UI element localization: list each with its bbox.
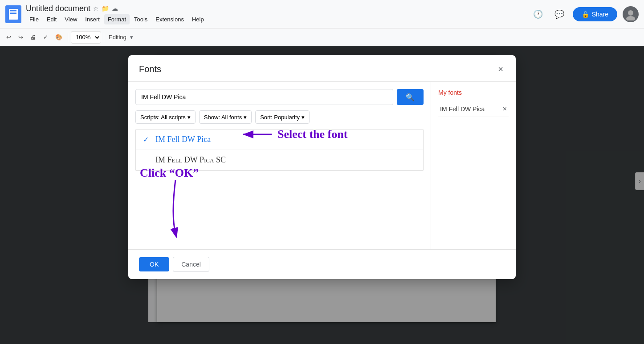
select-the-font-annotation: Select the font: [277, 129, 347, 141]
toolbar: ↩ ↪ 🖨 ✓ 🎨 100% Editing ▾: [0, 28, 644, 46]
my-font-item-im-fell: IM Fell DW Pica ×: [438, 101, 509, 117]
checkmark-icon: ✓: [143, 135, 150, 144]
paint-button[interactable]: 🎨: [53, 31, 65, 44]
print-button[interactable]: 🖨: [28, 31, 39, 44]
menu-view[interactable]: View: [61, 14, 81, 24]
filter-row: Scripts: All scripts ▾ Show: All fonts ▾…: [135, 110, 424, 124]
font-row-im-fell-dw-pica-sc[interactable]: IM Fell DW Pica SC: [136, 150, 423, 170]
zoom-select[interactable]: 100%: [71, 31, 101, 44]
doc-title: Untitled document: [26, 4, 90, 13]
menu-help[interactable]: Help: [188, 14, 208, 24]
menu-tools[interactable]: Tools: [130, 14, 151, 24]
sort-chevron-icon: ▾: [302, 114, 305, 121]
my-font-name: IM Fell DW Pica: [440, 105, 485, 113]
ok-button[interactable]: OK: [139, 257, 169, 271]
scripts-filter[interactable]: Scripts: All scripts ▾: [135, 110, 196, 124]
search-icon: 🔍: [406, 93, 415, 101]
show-chevron-icon: ▾: [244, 114, 247, 121]
modal-footer: OK Cancel: [128, 249, 516, 279]
menu-extensions[interactable]: Extensions: [152, 14, 187, 24]
svg-point-0: [628, 10, 633, 16]
fonts-modal: Fonts × 🔍 Scr: [128, 55, 516, 279]
menu-format[interactable]: Format: [104, 14, 130, 24]
search-button[interactable]: 🔍: [397, 89, 424, 105]
font-row-im-fell-dw-pica[interactable]: ✓ IM Fell DW Pica: [136, 130, 423, 150]
menu-bar: File Edit View Insert Format Tools Exten…: [26, 14, 530, 24]
editing-label: Editing: [107, 34, 128, 40]
main-area: -1-2-3-4-5-6-7-8 ☰ Fonts ×: [0, 46, 644, 344]
font-name-im-fell-sc: IM Fell DW Pica SC: [155, 155, 226, 165]
modal-overlay: Fonts × 🔍 Scr: [0, 46, 644, 344]
modal-close-button[interactable]: ×: [496, 62, 505, 76]
lock-icon: 🔒: [582, 11, 589, 18]
modal-body: 🔍 Scripts: All scripts ▾ Show: All fonts…: [128, 82, 516, 249]
modal-title: Fonts: [139, 64, 161, 74]
share-button[interactable]: 🔒 Share: [573, 7, 617, 21]
show-filter[interactable]: Show: All fonts ▾: [199, 110, 252, 124]
star-icon[interactable]: ☆: [93, 5, 99, 12]
user-avatar[interactable]: [623, 6, 639, 22]
modal-right-panel: My fonts IM Fell DW Pica ×: [431, 82, 516, 249]
cloud-icon[interactable]: ☁: [112, 5, 118, 12]
click-ok-annotation: Click “OK”: [140, 166, 207, 238]
search-row: 🔍: [135, 89, 424, 105]
font-search-input[interactable]: [135, 89, 393, 105]
sort-filter[interactable]: Sort: Popularity ▾: [255, 110, 310, 124]
folder-icon[interactable]: 📁: [102, 5, 109, 12]
modal-left-panel: 🔍 Scripts: All scripts ▾ Show: All fonts…: [128, 82, 431, 249]
undo-button[interactable]: ↩: [4, 31, 14, 44]
redo-button[interactable]: ↪: [16, 31, 26, 44]
history-button[interactable]: 🕐: [530, 6, 546, 22]
my-font-remove-button[interactable]: ×: [503, 105, 507, 113]
select-arrow-svg: [238, 129, 274, 141]
modal-header: Fonts ×: [128, 55, 516, 82]
doc-title-area: Untitled document ☆ 📁 ☁ File Edit View I…: [26, 4, 530, 24]
menu-insert[interactable]: Insert: [82, 14, 103, 24]
top-right: 🕐 💬 🔒 Share: [530, 6, 639, 22]
toolbar-divider-2: [104, 33, 104, 42]
click-ok-arrow-svg: [162, 180, 207, 238]
menu-edit[interactable]: Edit: [43, 14, 60, 24]
scripts-chevron-icon: ▾: [187, 114, 191, 121]
editing-chevron-icon[interactable]: ▾: [130, 34, 133, 40]
annotation-area: Click “OK”: [135, 171, 424, 242]
doc-icon: [5, 5, 21, 23]
toolbar-divider-1: [68, 33, 68, 42]
cancel-button[interactable]: Cancel: [173, 257, 209, 272]
my-fonts-title: My fonts: [438, 89, 509, 96]
menu-file[interactable]: File: [26, 14, 42, 24]
spellcheck-button[interactable]: ✓: [41, 31, 51, 44]
comment-button[interactable]: 💬: [551, 6, 567, 22]
font-name-im-fell: IM Fell DW Pica: [155, 135, 211, 144]
font-list: ✓ IM Fell DW Pica: [135, 129, 424, 171]
top-bar: Untitled document ☆ 📁 ☁ File Edit View I…: [0, 0, 644, 28]
svg-point-1: [626, 16, 635, 20]
